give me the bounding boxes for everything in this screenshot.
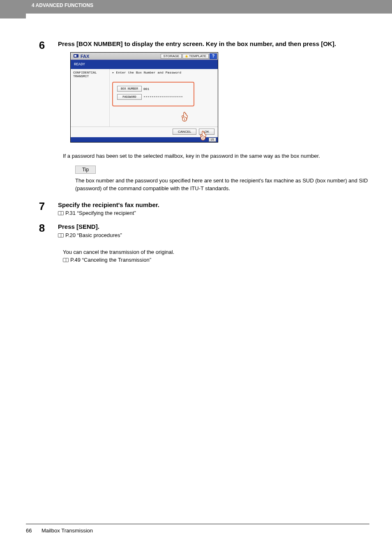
step-6-number: 6 xyxy=(26,39,58,51)
step-7-title: Specify the recipient's fax number. xyxy=(58,201,369,209)
step-8-ref: P.20 “Basic procedures” xyxy=(58,232,369,238)
book-icon xyxy=(58,211,64,215)
fax-screenshot: FAX STORAGE TEMPLATE ? xyxy=(70,52,369,143)
fax-status-bar: US xyxy=(71,137,218,142)
step-7-ref: P.31 “Specifying the recipient” xyxy=(58,210,369,216)
star-icon xyxy=(185,55,188,58)
fax-side-label: CONFIDENTIAL TRANSMIT xyxy=(71,69,110,127)
fax-instruction: ▸ Enter the Box Number and Password xyxy=(112,71,215,74)
step-8-number: 8 xyxy=(26,222,58,233)
ready-label: READY xyxy=(74,62,85,67)
tip-box: Tip xyxy=(75,166,369,174)
chapter-title: 4 ADVANCED FUNCTIONS xyxy=(32,2,93,8)
svg-rect-1 xyxy=(74,55,76,57)
page-number: 66 xyxy=(26,527,35,534)
help-button[interactable]: ? xyxy=(210,53,217,59)
pointer-1: 1 xyxy=(179,111,190,122)
book-icon xyxy=(58,233,64,237)
fax-fields-highlight: BOX NUMBER 001 PASSWORD ****************… xyxy=(112,82,194,106)
cancel-ref: P.49 “Canceling the Transmission” xyxy=(63,256,369,264)
box-number-value: 001 xyxy=(143,87,149,91)
tip-text: The box number and the password you spec… xyxy=(75,177,369,193)
step-6: 6 Press [BOX NUMBER] to display the entr… xyxy=(26,39,369,150)
box-number-button[interactable]: BOX NUMBER xyxy=(117,86,142,92)
step-8-title: Press [SEND]. xyxy=(58,223,369,231)
cancel-line: You can cancel the transmission of the o… xyxy=(63,248,369,256)
step-8: 8 Press [SEND]. P.20 “Basic procedures” xyxy=(26,222,369,240)
fax-icon xyxy=(73,54,79,59)
status-button[interactable]: US xyxy=(209,138,216,142)
svg-marker-2 xyxy=(185,55,188,58)
book-icon xyxy=(63,258,69,262)
step-6-title: Press [BOX NUMBER] to display the entry … xyxy=(58,40,369,48)
pointer-2: 2 xyxy=(197,130,209,141)
footer-title: Mailbox Transmission xyxy=(42,527,93,534)
storage-button[interactable]: STORAGE xyxy=(161,54,182,59)
step-7-number: 7 xyxy=(26,200,58,212)
step-7: 7 Specify the recipient's fax number. P.… xyxy=(26,200,369,218)
fax-ready-bar: READY xyxy=(71,60,218,69)
fax-titlebar: FAX STORAGE TEMPLATE ? xyxy=(71,53,218,60)
tip-label: Tip xyxy=(75,166,96,174)
after-screenshot-text: If a password has been set to the select… xyxy=(63,152,369,160)
page-footer: 66 Mailbox Transmission xyxy=(26,524,369,534)
svg-text:1: 1 xyxy=(184,117,186,121)
fax-title-text: FAX xyxy=(81,54,89,59)
fax-logo: FAX xyxy=(71,54,92,59)
sidebar-margin xyxy=(0,0,26,18)
cancel-button[interactable]: CANCEL xyxy=(173,129,196,135)
template-button[interactable]: TEMPLATE xyxy=(182,54,209,59)
cancel-block: You can cancel the transmission of the o… xyxy=(63,248,369,264)
password-value: ******************** xyxy=(143,95,183,99)
password-button[interactable]: PASSWORD xyxy=(117,94,142,100)
chapter-header: 4 ADVANCED FUNCTIONS xyxy=(26,0,392,14)
svg-text:2: 2 xyxy=(202,136,204,140)
